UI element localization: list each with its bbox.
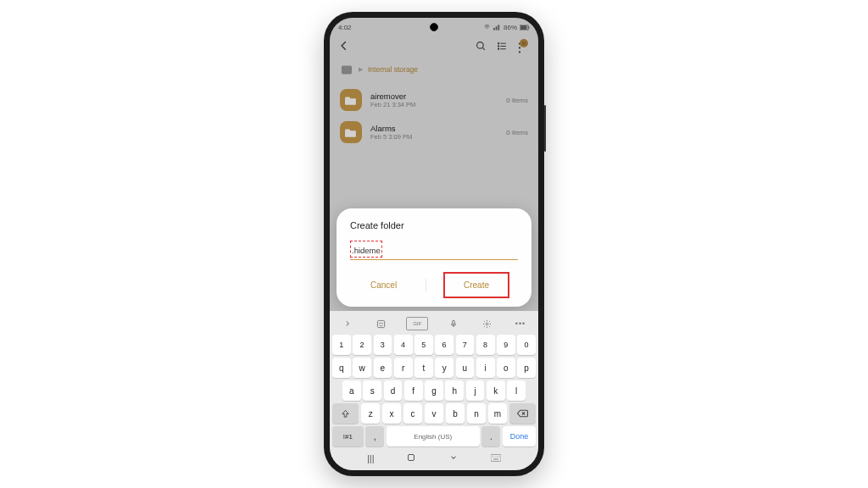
num-key-0[interactable]: 0 bbox=[517, 335, 536, 355]
letter-key-m[interactable]: m bbox=[488, 403, 507, 424]
svg-rect-4 bbox=[520, 25, 527, 30]
nav-back[interactable] bbox=[448, 453, 459, 463]
letter-key-k[interactable]: k bbox=[487, 380, 505, 401]
letter-key-q[interactable]: q bbox=[332, 358, 351, 378]
svg-point-6 bbox=[477, 42, 484, 49]
letter-key-j[interactable]: j bbox=[466, 380, 485, 401]
kb-settings-icon[interactable] bbox=[478, 318, 495, 330]
svg-point-28 bbox=[495, 457, 496, 458]
num-key-4[interactable]: 4 bbox=[394, 335, 413, 355]
notification-badge: N bbox=[520, 39, 528, 47]
create-folder-dialog: Create folder .hideme Cancel Create bbox=[337, 208, 531, 307]
comma-key[interactable]: , bbox=[365, 426, 384, 446]
nav-keyboard-switch[interactable] bbox=[491, 453, 501, 463]
svg-rect-21 bbox=[453, 320, 455, 324]
letter-key-u[interactable]: u bbox=[456, 358, 475, 378]
svg-point-22 bbox=[486, 323, 488, 325]
num-key-9[interactable]: 9 bbox=[497, 335, 515, 355]
app-header: N bbox=[330, 35, 538, 58]
file-item-count: 0 items bbox=[506, 129, 528, 136]
nav-recents[interactable]: ||| bbox=[367, 453, 375, 463]
letter-key-d[interactable]: d bbox=[384, 380, 403, 401]
num-key-5[interactable]: 5 bbox=[415, 335, 433, 355]
file-name: Alarms bbox=[370, 124, 498, 133]
kb-more-icon[interactable]: ••• bbox=[512, 318, 529, 330]
svg-point-11 bbox=[498, 43, 499, 44]
letter-key-v[interactable]: v bbox=[425, 403, 443, 424]
letter-key-i[interactable]: i bbox=[476, 358, 495, 378]
letter-key-b[interactable]: b bbox=[446, 403, 465, 424]
chevron-left-icon bbox=[338, 40, 350, 52]
dialog-title: Create folder bbox=[350, 220, 518, 230]
done-key[interactable]: Done bbox=[503, 426, 536, 446]
file-name: airemover bbox=[370, 92, 498, 101]
letter-key-f[interactable]: f bbox=[404, 380, 423, 401]
storage-chip-icon bbox=[340, 64, 353, 75]
letter-key-g[interactable]: g bbox=[425, 380, 443, 401]
file-date: Feb 21 3:34 PM bbox=[370, 101, 498, 108]
file-date: Feb 5 3:09 PM bbox=[370, 133, 498, 141]
back-button[interactable] bbox=[338, 40, 350, 55]
num-key-8[interactable]: 8 bbox=[476, 335, 495, 355]
letter-key-s[interactable]: s bbox=[363, 380, 381, 401]
svg-rect-25 bbox=[409, 455, 415, 461]
num-key-1[interactable]: 1 bbox=[332, 335, 351, 355]
letter-key-r[interactable]: r bbox=[394, 358, 413, 378]
svg-point-15 bbox=[519, 47, 520, 48]
svg-rect-18 bbox=[377, 320, 384, 327]
num-key-6[interactable]: 6 bbox=[435, 335, 453, 355]
list-icon bbox=[497, 41, 508, 52]
letter-key-w[interactable]: w bbox=[353, 358, 371, 378]
letter-key-e[interactable]: e bbox=[374, 358, 392, 378]
svg-point-27 bbox=[492, 457, 493, 458]
svg-line-7 bbox=[482, 47, 485, 50]
view-toggle-button[interactable] bbox=[497, 40, 508, 55]
backspace-key[interactable] bbox=[509, 403, 536, 424]
kb-mic-icon[interactable] bbox=[445, 318, 462, 330]
breadcrumb[interactable]: ▶ Internal storage bbox=[330, 58, 538, 80]
svg-point-16 bbox=[519, 51, 520, 53]
kb-expand-icon[interactable] bbox=[339, 318, 356, 330]
letter-key-l[interactable]: l bbox=[507, 380, 526, 401]
search-icon bbox=[476, 41, 487, 52]
period-key[interactable]: . bbox=[481, 426, 500, 446]
nav-home[interactable] bbox=[406, 452, 416, 464]
letter-key-a[interactable]: a bbox=[342, 380, 361, 401]
letter-key-t[interactable]: t bbox=[415, 358, 433, 378]
folder-icon bbox=[340, 89, 362, 111]
shift-key[interactable] bbox=[332, 403, 359, 424]
kb-gif-icon[interactable]: GIF bbox=[406, 317, 428, 330]
space-key[interactable]: English (US) bbox=[387, 426, 480, 446]
symbols-key[interactable]: !#1 bbox=[332, 426, 364, 446]
letter-key-h[interactable]: h bbox=[445, 380, 464, 401]
num-key-3[interactable]: 3 bbox=[374, 335, 392, 355]
battery-icon bbox=[520, 25, 530, 30]
letter-key-c[interactable]: c bbox=[403, 403, 422, 424]
letter-key-n[interactable]: n bbox=[467, 403, 486, 424]
svg-rect-0 bbox=[493, 28, 495, 30]
search-button[interactable] bbox=[476, 40, 487, 55]
phone-screen: 4:02 86% bbox=[330, 18, 538, 470]
signal-icon bbox=[493, 24, 501, 30]
cancel-button[interactable]: Cancel bbox=[359, 275, 409, 295]
svg-point-30 bbox=[499, 457, 500, 458]
num-key-2[interactable]: 2 bbox=[353, 335, 371, 355]
letter-key-o[interactable]: o bbox=[497, 358, 515, 378]
letter-key-z[interactable]: z bbox=[361, 403, 380, 424]
file-item-count: 0 items bbox=[506, 97, 528, 104]
more-button[interactable]: N bbox=[518, 42, 530, 53]
letter-key-p[interactable]: p bbox=[517, 358, 536, 378]
kb-sticker-icon[interactable] bbox=[373, 318, 390, 330]
file-row[interactable]: airemover Feb 21 3:34 PM 0 items bbox=[338, 84, 530, 116]
file-row[interactable]: Alarms Feb 5 3:09 PM 0 items bbox=[338, 116, 530, 148]
chevron-right-icon: ▶ bbox=[359, 66, 363, 73]
svg-point-12 bbox=[498, 46, 499, 47]
keyboard-toolbar: GIF ••• bbox=[332, 314, 536, 335]
svg-point-19 bbox=[380, 323, 381, 324]
letter-key-y[interactable]: y bbox=[435, 358, 453, 378]
num-key-7[interactable]: 7 bbox=[456, 335, 475, 355]
wifi-icon bbox=[483, 24, 491, 30]
folder-name-input[interactable]: .hideme bbox=[350, 241, 382, 258]
create-button[interactable]: Create bbox=[452, 275, 501, 295]
letter-key-x[interactable]: x bbox=[382, 403, 401, 424]
